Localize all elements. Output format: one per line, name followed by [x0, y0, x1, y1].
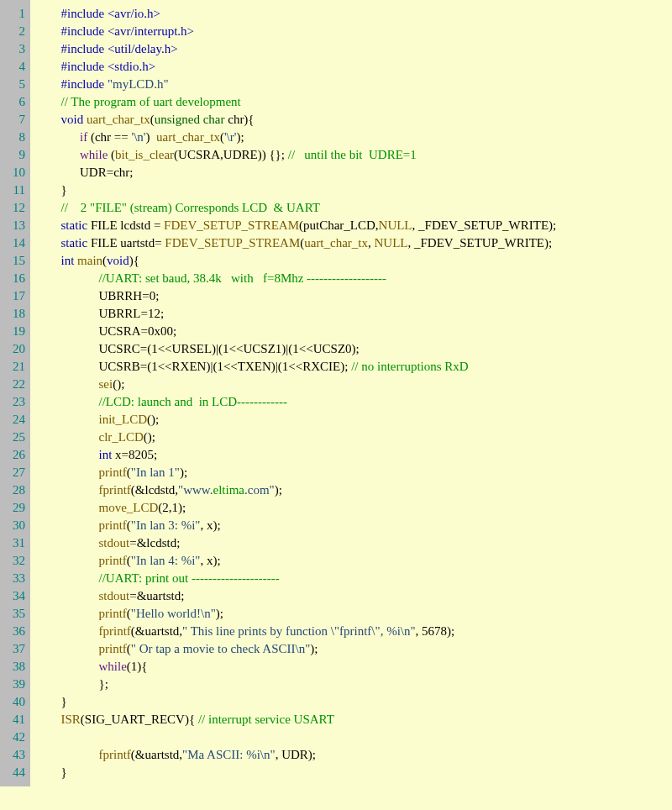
code-line: fprintf(&lcdstd,"www.eltima.com");	[42, 481, 556, 499]
line-number: 17	[3, 287, 25, 305]
line-number: 18	[3, 305, 25, 323]
code-line: static FILE uartstd= FDEV_SETUP_STREAM(u…	[42, 234, 556, 252]
line-number: 40	[3, 693, 25, 711]
code-line: #include <stdio.h>	[42, 58, 556, 76]
line-number: 25	[3, 429, 25, 446]
code-line: while (bit_is_clear(UCSRA,UDRE)) {}; // …	[42, 146, 556, 164]
code-editor: 1234567891011121314151617181920212223242…	[0, 0, 672, 786]
line-number: 39	[3, 676, 25, 693]
line-number: 33	[3, 570, 25, 587]
line-number: 5	[3, 76, 25, 93]
line-number-gutter: 1234567891011121314151617181920212223242…	[0, 0, 30, 786]
code-line: printf("In lan 3: %i", x);	[42, 517, 556, 534]
line-number: 9	[3, 146, 25, 164]
line-number: 14	[3, 234, 25, 252]
code-line: printf("In lan 4: %i", x);	[42, 552, 556, 570]
line-number: 15	[3, 252, 25, 270]
code-line: // 2 "FILE" (stream) Corresponds LCD & U…	[42, 199, 556, 217]
line-number: 4	[3, 58, 25, 76]
code-line: }	[42, 181, 556, 199]
code-line: UCSRB=(1<<RXEN)|(1<<TXEN)|(1<<RXCIE); //…	[42, 358, 556, 376]
code-line: UCSRA=0x00;	[42, 323, 556, 340]
line-number: 26	[3, 446, 25, 464]
line-number: 16	[3, 270, 25, 287]
code-line: // The program of uart development	[42, 93, 556, 111]
line-number: 30	[3, 517, 25, 534]
code-line: UDR=chr;	[42, 164, 556, 181]
code-line: init_LCD();	[42, 411, 556, 429]
code-line: UCSRC=(1<<URSEL)|(1<<UCSZ1)|(1<<UCSZ0);	[42, 340, 556, 358]
line-number: 31	[3, 534, 25, 552]
line-number: 23	[3, 393, 25, 411]
code-line: #include <avr/interrupt.h>	[42, 23, 556, 40]
line-number: 3	[3, 40, 25, 58]
line-number: 20	[3, 340, 25, 358]
line-number: 21	[3, 358, 25, 376]
code-line: //UART: set baud, 38.4k with f=8Mhz ----…	[42, 270, 556, 287]
code-line: printf("Hello world!\n");	[42, 605, 556, 623]
line-number: 32	[3, 552, 25, 570]
line-number: 42	[3, 728, 25, 746]
line-number: 36	[3, 623, 25, 640]
code-line: fprintf(&uartstd,"Ma ASCII: %i\n", UDR);	[42, 746, 556, 764]
line-number: 37	[3, 640, 25, 658]
code-line	[42, 728, 556, 746]
code-line: stdout=&uartstd;	[42, 587, 556, 605]
line-number: 38	[3, 658, 25, 676]
line-number: 8	[3, 129, 25, 146]
code-line: //LCD: launch and in LCD------------	[42, 393, 556, 411]
line-number: 11	[3, 181, 25, 199]
code-line: #include <avr/io.h>	[42, 5, 556, 23]
code-line: ISR(SIG_UART_RECV){ // interrupt service…	[42, 711, 556, 728]
code-line: static FILE lcdstd = FDEV_SETUP_STREAM(p…	[42, 217, 556, 234]
code-line: move_LCD(2,1);	[42, 499, 556, 517]
line-number: 43	[3, 746, 25, 764]
code-line: printf("In lan 1");	[42, 464, 556, 481]
code-line: void uart_char_tx(unsigned char chr){	[42, 111, 556, 129]
line-number: 27	[3, 464, 25, 481]
line-number: 44	[3, 764, 25, 781]
code-line: };	[42, 676, 556, 693]
line-number: 2	[3, 23, 25, 40]
line-number: 6	[3, 93, 25, 111]
line-number: 24	[3, 411, 25, 429]
line-number: 29	[3, 499, 25, 517]
code-area: #include <avr/io.h> #include <avr/interr…	[30, 0, 563, 786]
code-line: while(1){	[42, 658, 556, 676]
code-line: #include "myLCD.h"	[42, 76, 556, 93]
line-number: 7	[3, 111, 25, 129]
code-line: }	[42, 764, 556, 781]
code-line: if (chr == '\n') uart_char_tx('\r');	[42, 129, 556, 146]
line-number: 41	[3, 711, 25, 728]
code-line: //UART: print out ---------------------	[42, 570, 556, 587]
code-line: printf(" Or tap a movie to check ASCII\n…	[42, 640, 556, 658]
code-line: UBRRH=0;	[42, 287, 556, 305]
code-line: clr_LCD();	[42, 429, 556, 446]
line-number: 13	[3, 217, 25, 234]
line-number: 12	[3, 199, 25, 217]
code-line: UBRRL=12;	[42, 305, 556, 323]
line-number: 19	[3, 323, 25, 340]
line-number: 10	[3, 164, 25, 181]
code-line: int main(void){	[42, 252, 556, 270]
line-number: 1	[3, 5, 25, 23]
line-number: 28	[3, 481, 25, 499]
line-number: 35	[3, 605, 25, 623]
code-line: fprintf(&uartstd," This line prints by f…	[42, 623, 556, 640]
code-line: int x=8205;	[42, 446, 556, 464]
code-line: sei();	[42, 376, 556, 393]
line-number: 22	[3, 376, 25, 393]
line-number: 34	[3, 587, 25, 605]
code-line: stdout=&lcdstd;	[42, 534, 556, 552]
code-line: }	[42, 693, 556, 711]
code-line: #include <util/delay.h>	[42, 40, 556, 58]
